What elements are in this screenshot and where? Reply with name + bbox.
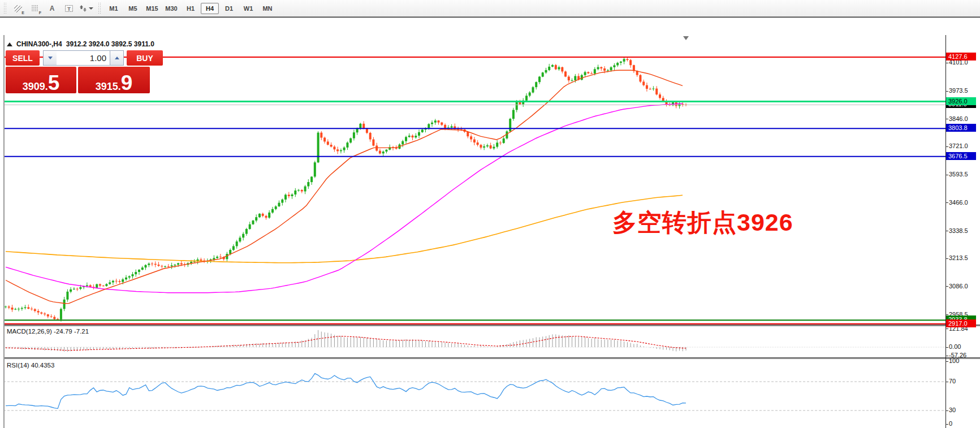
sell-price-panel[interactable]: 3909.5 (6, 67, 76, 93)
price-tick-label: 3338.5 (949, 227, 968, 234)
chart-annotation-text: 多空转折点3926 (612, 206, 793, 239)
price-line-label: 3926.0 (946, 97, 976, 105)
rsi-label: RSI(14) 40.4353 (7, 362, 54, 369)
pane-divider[interactable] (3, 357, 980, 359)
equidistant-channel-icon[interactable]: E (10, 1, 26, 16)
timeframe-button-m5[interactable]: M5 (124, 3, 142, 14)
rsi-pane[interactable] (3, 358, 946, 428)
macd-pane[interactable] (3, 326, 946, 357)
price-tick-label: 3213.5 (949, 254, 968, 261)
rsi-tick-mark (946, 424, 948, 425)
timeframe-button-h1[interactable]: H1 (182, 3, 200, 14)
symbol-title: CHINA300-,H4 (16, 40, 62, 48)
timeframe-button-mn[interactable]: MN (258, 3, 277, 14)
price-tick-label: 3721.0 (949, 142, 968, 149)
price-tick-mark (946, 231, 948, 231)
timeframe-button-m1[interactable]: M1 (105, 3, 123, 14)
price-tick-mark (946, 91, 948, 92)
timeframe-toolbar: M1M5M15M30H1H4D1W1MN (104, 3, 277, 14)
dropdown-caret-icon[interactable] (89, 7, 93, 10)
timeframe-button-m15[interactable]: M15 (143, 3, 161, 14)
volume-input[interactable] (57, 50, 110, 66)
timeframe-button-d1[interactable]: D1 (220, 3, 238, 14)
price-tick-label: 3466.0 (949, 199, 968, 206)
rsi-tick-label: 100 (949, 357, 959, 364)
rsi-tick-mark (946, 361, 948, 362)
macd-label: MACD(12,26,9) -24.79 -7.21 (7, 328, 89, 335)
volume-decrease-button[interactable] (43, 50, 57, 66)
toolbar: EFAT M1M5M15M30H1H4D1W1MN (0, 0, 980, 17)
svg-text:A: A (50, 5, 55, 12)
volume-increase-button[interactable] (110, 50, 124, 66)
price-line-label: 4127.6 (946, 53, 976, 60)
price-tick-mark (946, 286, 948, 287)
chevron-down-icon (48, 57, 53, 59)
chart-shift-marker-icon (683, 36, 689, 40)
rsi-tick-mark (946, 382, 948, 382)
trading-terminal: { "toolbar": { "tools": [ {"name": "equi… (0, 0, 980, 428)
price-line-label: 3803.8 (946, 124, 976, 132)
object-toolbar: EFAT (10, 1, 94, 16)
price-tick-mark (946, 175, 948, 175)
toolbar-grip[interactable] (3, 2, 7, 15)
price-tick-mark (946, 63, 948, 63)
toolbar-grip[interactable] (98, 2, 102, 15)
rsi-tick-label: 30 (949, 407, 956, 413)
text-box-icon[interactable]: T (61, 1, 77, 16)
timeframe-button-m30[interactable]: M30 (162, 3, 180, 14)
fibonacci-retracement-icon[interactable]: F (27, 1, 43, 16)
rsi-tick-label: 0 (949, 420, 952, 427)
price-tick-label: 3846.0 (949, 115, 968, 122)
one-click-trading-panel: SELL BUY 3909.5 3915.9 (6, 50, 165, 93)
timeframe-button-h4[interactable]: H4 (201, 3, 219, 14)
price-tick-label: 3973.5 (949, 87, 968, 94)
text-label-icon[interactable]: A (44, 1, 60, 16)
price-tick-mark (946, 146, 948, 147)
macd-tick-mark (946, 347, 948, 348)
timeframe-button-w1[interactable]: W1 (239, 3, 257, 14)
buy-price: 3915. (96, 81, 121, 92)
sell-price: 3909. (23, 81, 48, 92)
buy-button[interactable]: BUY (127, 50, 163, 66)
chart-window: CHINA300-,H43912.2 3924.0 3892.5 3911.0 … (0, 17, 980, 428)
svg-text:T: T (67, 6, 71, 11)
chevron-up-icon (115, 57, 119, 59)
price-tick-mark (946, 314, 948, 315)
sell-button[interactable]: SELL (6, 50, 40, 66)
chart-left-border (3, 35, 5, 428)
macd-tick-mark (946, 356, 948, 356)
macd-tick-label: 0.00 (949, 343, 961, 350)
macd-tick-mark (946, 328, 948, 329)
rsi-tick-label: 70 (949, 378, 956, 384)
arrow-objects-icon[interactable] (78, 1, 94, 16)
price-tick-label: 3086.0 (949, 283, 968, 289)
price-line-label: 2917.0 (946, 319, 976, 327)
symbol-header: CHINA300-,H43912.2 3924.0 3892.5 3911.0 (7, 40, 154, 48)
price-axis-separator (946, 35, 946, 428)
buy-price-panel[interactable]: 3915.9 (78, 67, 150, 93)
collapse-arrow-icon[interactable] (7, 42, 12, 46)
price-tick-mark (946, 258, 948, 259)
price-tick-mark (946, 119, 948, 119)
rsi-tick-mark (946, 410, 948, 411)
price-tick-mark (946, 202, 948, 203)
pane-divider[interactable] (3, 325, 980, 326)
price-line-label: 3676.5 (946, 152, 976, 160)
symbol-ohlc: 3912.2 3924.0 3892.5 3911.0 (66, 40, 154, 48)
price-tick-label: 3593.5 (949, 171, 968, 178)
